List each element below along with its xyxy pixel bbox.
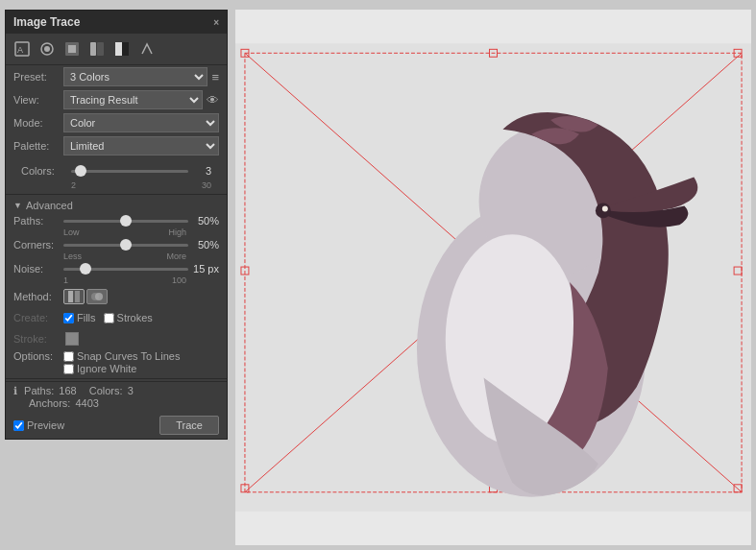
options-label: Options: bbox=[13, 350, 63, 362]
stroke-swatch[interactable] bbox=[65, 332, 79, 346]
canvas-area bbox=[235, 10, 751, 545]
corners-label: Corners: bbox=[13, 239, 63, 251]
noise-labels: 1 100 bbox=[13, 275, 219, 285]
panel-title-bar: Image Trace × bbox=[6, 11, 227, 34]
svg-point-13 bbox=[95, 293, 103, 300]
anchors-stat-label: Anchors: bbox=[29, 397, 70, 409]
colors-max: 30 bbox=[202, 180, 211, 190]
svg-rect-5 bbox=[68, 45, 76, 53]
colors-min: 2 bbox=[71, 180, 76, 190]
snap-curves-option: Snap Curves To Lines bbox=[63, 350, 180, 362]
palette-select[interactable]: Limited Full Tone Automatic Custom bbox=[63, 136, 219, 155]
strokes-checkbox-label[interactable]: Strokes bbox=[104, 312, 153, 323]
snap-curves-checkbox[interactable] bbox=[63, 351, 74, 362]
view-row: View: Tracing Result Source Image Outlin… bbox=[6, 88, 227, 111]
paths-max-label: High bbox=[168, 227, 186, 237]
svg-rect-9 bbox=[122, 42, 129, 56]
paths-value: 50% bbox=[190, 215, 219, 227]
colors-row: Colors: 3 2 30 bbox=[6, 157, 227, 192]
paths-stat-label: Paths: bbox=[24, 385, 54, 396]
corners-min-label: Less bbox=[63, 251, 82, 261]
create-label: Create: bbox=[13, 312, 63, 323]
strokes-checkbox[interactable] bbox=[104, 313, 114, 323]
paths-label: Paths: bbox=[13, 215, 63, 227]
corners-max-label: More bbox=[166, 251, 186, 261]
view-label: View: bbox=[13, 94, 63, 106]
noise-slider[interactable] bbox=[63, 268, 188, 271]
paths-stat-value: 168 bbox=[59, 385, 76, 396]
grayscale-icon[interactable] bbox=[86, 38, 108, 60]
advanced-header[interactable]: ▼ Advanced bbox=[6, 197, 227, 214]
method-label: Method: bbox=[13, 291, 63, 302]
low-color-icon[interactable] bbox=[61, 38, 83, 60]
svg-rect-6 bbox=[90, 42, 96, 56]
ignore-white-checkbox[interactable] bbox=[63, 364, 74, 374]
paths-slider[interactable] bbox=[63, 220, 188, 223]
close-icon[interactable]: × bbox=[213, 17, 219, 28]
corners-slider[interactable] bbox=[63, 244, 188, 247]
bottom-row: Preview Trace bbox=[6, 412, 227, 439]
method-btn-overlapping[interactable] bbox=[86, 289, 108, 304]
preset-menu-icon[interactable]: ≡ bbox=[211, 70, 219, 84]
noise-label: Noise: bbox=[13, 263, 63, 275]
svg-rect-11 bbox=[75, 291, 80, 302]
ignore-white-option: Ignore White bbox=[63, 363, 180, 374]
auto-color-icon[interactable]: A bbox=[12, 38, 33, 60]
preview-checkbox[interactable] bbox=[13, 420, 24, 431]
eye-icon[interactable]: 👁 bbox=[207, 93, 219, 108]
method-row: Method: bbox=[6, 286, 227, 307]
bw-icon[interactable] bbox=[111, 38, 133, 60]
toolbar-icons: A bbox=[6, 34, 227, 65]
noise-max-label: 100 bbox=[172, 275, 186, 285]
method-btn-abutting[interactable] bbox=[63, 289, 85, 304]
noise-min-label: 1 bbox=[63, 275, 68, 285]
high-color-icon[interactable] bbox=[37, 38, 58, 60]
paths-min-label: Low bbox=[63, 227, 80, 237]
palette-label: Palette: bbox=[13, 140, 63, 152]
strokes-label: Strokes bbox=[117, 312, 153, 323]
ignore-white-label: Ignore White bbox=[77, 363, 136, 374]
panel-title: Image Trace bbox=[13, 15, 80, 29]
paths-labels: Low High bbox=[13, 227, 219, 237]
info-icon: ℹ bbox=[13, 385, 17, 396]
corners-row: Corners: 50% Less More bbox=[6, 238, 227, 262]
svg-rect-7 bbox=[97, 42, 104, 56]
stroke-label: Stroke: bbox=[13, 333, 63, 345]
stroke-row: Stroke: bbox=[6, 328, 227, 349]
canvas-svg bbox=[235, 10, 751, 545]
mode-label: Mode: bbox=[13, 117, 63, 129]
mode-row: Mode: Color Grayscale Black and White bbox=[6, 111, 227, 134]
create-row: Create: Fills Strokes bbox=[6, 307, 227, 328]
colors-label: Colors: bbox=[21, 165, 71, 177]
view-select[interactable]: Tracing Result Source Image Outlines bbox=[63, 90, 203, 109]
snap-curves-label: Snap Curves To Lines bbox=[77, 350, 180, 362]
svg-rect-8 bbox=[115, 42, 122, 56]
preset-row: Preset: 3 Colors 6 Colors 16 Colors Blac… bbox=[6, 65, 227, 88]
fills-checkbox-label[interactable]: Fills bbox=[63, 312, 96, 323]
noise-row: Noise: 15 px 1 100 bbox=[6, 262, 227, 286]
advanced-label: Advanced bbox=[26, 200, 73, 211]
colors-minmax: 2 30 bbox=[13, 180, 219, 190]
colors-stat-value: 3 bbox=[128, 385, 134, 396]
svg-text:A: A bbox=[17, 45, 23, 55]
corners-value: 50% bbox=[190, 239, 219, 251]
stats-row: ℹ Paths: 168 Colors: 3 Anchors: 4403 bbox=[6, 381, 227, 412]
colors-stat-label: Colors: bbox=[89, 385, 123, 396]
preview-label: Preview bbox=[27, 419, 64, 431]
outline-icon[interactable] bbox=[136, 38, 158, 60]
fills-label: Fills bbox=[77, 312, 96, 323]
image-trace-panel: Image Trace × A Preset: 3 Colors 6 Color… bbox=[5, 10, 228, 440]
noise-value: 15 px bbox=[190, 263, 219, 275]
svg-point-29 bbox=[602, 205, 608, 211]
trace-button[interactable]: Trace bbox=[159, 416, 219, 435]
options-row: Options: Snap Curves To Lines Ignore Whi… bbox=[6, 349, 227, 376]
fills-checkbox[interactable] bbox=[63, 313, 74, 323]
svg-point-3 bbox=[44, 46, 50, 52]
mode-select[interactable]: Color Grayscale Black and White bbox=[63, 113, 219, 132]
preset-label: Preset: bbox=[13, 71, 63, 83]
anchors-stat-value: 4403 bbox=[75, 397, 98, 409]
colors-slider[interactable] bbox=[71, 170, 188, 173]
preview-checkbox-label[interactable]: Preview bbox=[13, 419, 64, 431]
colors-value: 3 bbox=[192, 165, 211, 177]
preset-select[interactable]: 3 Colors 6 Colors 16 Colors Black and Wh… bbox=[63, 67, 207, 86]
